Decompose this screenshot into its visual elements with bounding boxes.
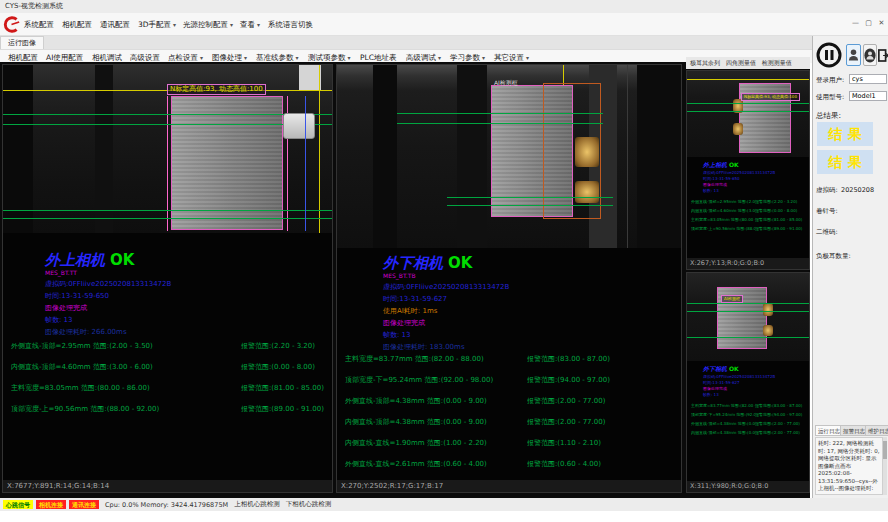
small-bottom-barcode: 虚拟码:0FFIiive2025020813313472B [703, 374, 775, 379]
link-detect-measures[interactable]: 检测测量值 [762, 59, 792, 66]
mid-info-area: 外下相机OK MES_BT.TB 虚拟码:0FFIiive20250208133… [337, 248, 681, 480]
menu-item-system-config[interactable]: 系统配置 [24, 20, 54, 30]
link-corner-measures[interactable]: 四角测量值 [726, 59, 756, 66]
measurement-row: 顶部宽度-上=90.56mm 范围:(88.00 - 92.00) 报警范围:(… [11, 404, 328, 414]
model-field[interactable] [849, 91, 887, 101]
alarm-range: 报警范围:(83.00 - 87.00) [755, 403, 807, 408]
top-camera-heartbeat[interactable]: 上相机心跳检测 [234, 500, 280, 509]
mid-frames-line: 帧数: 13 [383, 330, 411, 340]
measure-value: 外侧直线-顶部=4.38mm 范围:(0.00 - 9.00) [345, 396, 527, 406]
left-frames-line: 帧数: 13 [45, 315, 73, 325]
mid-time-line: 时间:13-31-59-627 [383, 294, 447, 304]
alarm-range: 报警范围:(2.00 - 77.00) [755, 430, 807, 435]
left-pixel-coords: X:7677;Y:891;R:14;G:14;B:14 [3, 480, 332, 492]
left-camera-title: 外上相机OK [45, 251, 134, 270]
alarm-range: 报警范围:(89.00 - 91.00) [755, 226, 807, 231]
left-overlay-label: N标定高值:93, 动态高值:100 [167, 84, 266, 95]
measure-value: 内侧直线-直线=1.90mm 范围:(1.00 - 2.20) [345, 438, 527, 448]
left-camera-image[interactable]: N标定高值:93, 动态高值:100 [3, 65, 332, 233]
mid-done-line: 图像处理完成 [383, 318, 425, 328]
menu-item-3d-config[interactable]: 3D手配置 [138, 20, 176, 30]
app-logo-icon [3, 16, 20, 33]
measurement-row: 顶部宽度-下=95.24mm 范围:(92.00 - 98.00) 报警范围:(… [691, 412, 807, 417]
user-icon [848, 48, 859, 62]
log-output[interactable]: 耗时: 222, 网络检测耗时: 17, 网络分类耗时: 0, 网络提取分区耗时… [815, 437, 883, 495]
alarm-range: 报警范围:(0.60 - 4.00) [527, 459, 677, 469]
left-time-line: 时间:13-31-59-650 [45, 291, 109, 301]
alarm-range: 报警范围:(81.00 - 85.00) [755, 217, 807, 222]
measure-value: 主料宽度=83.77mm 范围:(82.00 - 88.00) [691, 403, 755, 408]
operator-lock-button[interactable] [863, 44, 877, 66]
model-label: 使用型号: [816, 93, 844, 102]
small-bottom-camera-panel: AI检测框 外下相机OK 虚拟码:0FFIiive202502081331347… [686, 272, 810, 493]
vcode-value: 20250208 [841, 186, 874, 194]
small-top-camera-image[interactable]: N标定高值:93, 动态高值:100 [687, 71, 809, 157]
user-button[interactable] [846, 44, 861, 66]
mid-barcode-line: 虚拟码:0FFIiive2025020813313472B [383, 282, 509, 292]
small-top-status: OK [729, 161, 739, 168]
pin-label: 卷针号: [816, 207, 838, 216]
menu-item-view[interactable]: 查看 [240, 20, 260, 30]
measurement-row: 内侧直线-顶部=4.38mm 范围:(0.00 - 9.00) 报警范围:(2.… [345, 417, 677, 427]
measurement-row: 主料宽度=83.77mm 范围:(82.00 - 88.00) 报警范围:(83… [691, 403, 807, 408]
vcode-label: 虚拟码: [816, 186, 838, 195]
connector-part [283, 113, 315, 139]
maximize-button-icon[interactable]: ▢ [863, 18, 874, 29]
small-top-barcode: 虚拟码:0FFIiive2025020813313472B [703, 170, 775, 175]
mid-camera-image[interactable]: AI检测框 [337, 65, 681, 248]
small-bottom-camera-image[interactable]: AI检测框 [687, 273, 809, 361]
alarm-range: 报警范围:(89.00 - 91.00) [241, 404, 328, 414]
measure-value: 外侧直线-顶部=2.95mm 范围:(2.00 - 3.50) [11, 341, 241, 351]
left-elapsed-line: 图像处理耗时: 266.00ms [45, 327, 127, 337]
measurement-row: 主料宽度=83.05mm 范围:(80.00 - 86.00) 报警范围:(81… [11, 383, 328, 393]
mid-camera-name: 外下相机 [383, 254, 443, 272]
operator-icon [864, 48, 876, 63]
mid-mes-line: MES_BT.TB [383, 272, 416, 279]
menu-item-language-switch[interactable]: 系统语言切换 [268, 20, 313, 30]
alarm-range: 报警范围:(2.20 - 3.20) [755, 199, 807, 204]
log-scrollbar[interactable] [883, 437, 887, 495]
measurement-row: 内侧直线-直线=1.90mm 范围:(1.00 - 2.20) 报警范围:(1.… [345, 438, 677, 448]
alarm-range: 报警范围:(2.00 - 77.00) [755, 421, 807, 426]
small-bottom-title: 外下相机OK [703, 365, 739, 374]
menu-bar: 系统配置 相机配置 通讯配置 3D手配置 光源控制配置 查看 系统语言切换 — … [0, 13, 888, 36]
mid-ai-line: 使用AI耗时: 1ms [383, 306, 437, 316]
login-user-label: 登录用户: [816, 76, 844, 85]
left-camera-name: 外上相机 [45, 251, 105, 269]
measurement-row: 顶部宽度-下=95.24mm 范围:(92.00 - 98.00) 报警范围:(… [345, 375, 677, 385]
small-top-title: 外上相机OK [703, 161, 739, 170]
small-top-info: 外上相机OK 虚拟码:0FFIiive2025020813313472B 时间:… [687, 157, 809, 258]
alarm-range: 报警范围:(94.00 - 97.00) [527, 375, 677, 385]
menu-item-camera-config[interactable]: 相机配置 [62, 20, 92, 30]
log-tab-alarm[interactable]: 报警日志 [840, 425, 868, 436]
measurement-row: 主料宽度=83.77mm 范围:(82.00 - 88.00) 报警范围:(83… [345, 354, 677, 364]
measurement-row: 外侧直线-直线=2.61mm 范围:(0.60 - 4.00) 报警范围:(0.… [345, 459, 677, 469]
measure-value: 顶部宽度-上=90.56mm 范围:(88.00 - 92.00) [691, 226, 755, 231]
comm-link-badge: 通讯连接 [69, 500, 99, 509]
small-top-pixel-coords: X:267;Y:13;R:0;G:0;B:0 [687, 258, 809, 269]
left-camera-status: OK [110, 251, 134, 269]
minimize-button-icon[interactable]: — [850, 18, 861, 29]
left-barcode-line: 虚拟码:0FFIiive2025020813313472B [45, 279, 171, 289]
measure-value: 内侧直线-顶部=4.60mm 范围:(3.00 - 6.00) [11, 362, 241, 372]
log-tab-maintain[interactable]: 维护日志 [865, 425, 888, 436]
exit-button[interactable] [878, 44, 888, 66]
tab-run-image[interactable]: 运行图像 [0, 36, 44, 49]
mid-camera-status: OK [448, 254, 472, 272]
bottom-camera-heartbeat[interactable]: 下相机心跳检测 [286, 500, 332, 509]
small-bottom-frames: 帧数: 13 [703, 392, 719, 397]
menu-item-light-config[interactable]: 光源控制配置 [183, 20, 233, 30]
login-user-field[interactable] [849, 74, 887, 84]
measure-value: 顶部宽度-上=90.56mm 范围:(88.00 - 92.00) [11, 404, 241, 414]
left-info-area: 外上相机OK MES_BT.TT 虚拟码:0FFIiive20250208133… [3, 233, 332, 480]
measure-value: 主料宽度=83.05mm 范围:(80.00 - 86.00) [691, 217, 755, 222]
log-scrollbar-thumb[interactable] [883, 441, 887, 459]
log-tab-run[interactable]: 运行日志 [815, 425, 843, 436]
menu-item-comm-config[interactable]: 通讯配置 [100, 20, 130, 30]
link-tab-rest-columns[interactable]: 极耳其余列 [690, 59, 720, 66]
small-bottom-pixel-coords: X:311;Y:980;R:0;G:0;B:0 [687, 481, 809, 492]
measurement-row: 主料宽度=83.05mm 范围:(80.00 - 86.00) 报警范围:(81… [691, 217, 807, 222]
pause-button[interactable] [815, 41, 843, 69]
close-button-icon[interactable]: ✕ [876, 18, 887, 29]
control-panel: 登录用户: 使用型号: 总结果: 结果 结果 虚拟码: 20250208 卷针号… [812, 36, 888, 498]
